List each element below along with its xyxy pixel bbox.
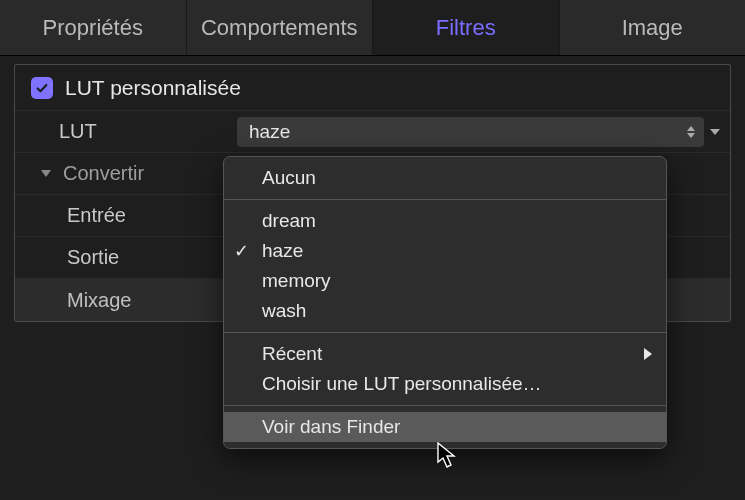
menu-item-memory[interactable]: memory [224, 266, 666, 296]
menu-item-choose-custom-lut[interactable]: Choisir une LUT personnalisée… [224, 369, 666, 399]
filter-header-row: LUT personnalisée [15, 65, 730, 111]
submenu-arrow-icon [644, 348, 652, 360]
lut-row: LUT haze [15, 111, 730, 153]
tab-behaviors[interactable]: Comportements [187, 0, 374, 55]
filter-title: LUT personnalisée [65, 76, 241, 100]
lut-popup[interactable]: haze [237, 117, 704, 147]
menu-item-recent[interactable]: Récent [224, 339, 666, 369]
menu-item-none[interactable]: Aucun [224, 163, 666, 193]
menu-item-wash[interactable]: wash [224, 296, 666, 326]
checkmark-icon: ✓ [234, 240, 249, 262]
tab-image[interactable]: Image [560, 0, 746, 55]
tab-properties[interactable]: Propriétés [0, 0, 187, 55]
menu-separator [224, 332, 666, 333]
mix-label: Mixage [27, 289, 237, 312]
menu-separator [224, 199, 666, 200]
menu-item-dream[interactable]: dream [224, 206, 666, 236]
keyframe-menu-icon[interactable] [710, 129, 720, 135]
tab-filters[interactable]: Filtres [373, 0, 560, 55]
filter-enable-checkbox[interactable] [31, 77, 53, 99]
lut-dropdown-menu: Aucun dream ✓ haze memory wash Récent Ch… [223, 156, 667, 449]
convert-label: Convertir [63, 162, 144, 185]
stepper-icon [686, 125, 696, 139]
output-label: Sortie [27, 246, 237, 269]
menu-item-reveal-in-finder[interactable]: Voir dans Finder [224, 412, 666, 442]
lut-popup-value: haze [249, 121, 290, 143]
menu-separator [224, 405, 666, 406]
lut-label: LUT [27, 120, 237, 143]
checkmark-icon [35, 81, 49, 95]
disclosure-triangle-icon[interactable] [41, 170, 51, 177]
menu-item-haze[interactable]: ✓ haze [224, 236, 666, 266]
inspector-tabbar: Propriétés Comportements Filtres Image [0, 0, 745, 56]
input-label: Entrée [27, 204, 237, 227]
